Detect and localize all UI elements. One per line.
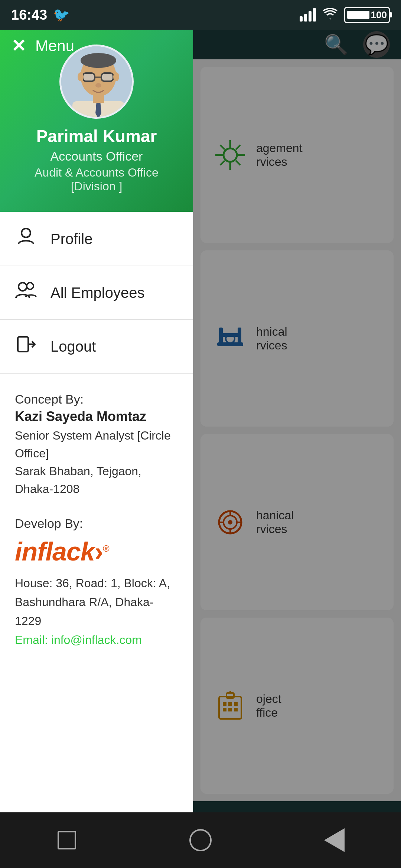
status-right: 100 xyxy=(300,7,390,23)
svg-point-32 xyxy=(81,53,116,68)
profile-label: Profile xyxy=(50,231,92,247)
nav-square-button[interactable] xyxy=(54,827,80,853)
triangle-icon xyxy=(324,828,345,852)
user-name: Parimal Kumar xyxy=(36,126,157,146)
user-dept: Audit & Accounts Office [Division ] xyxy=(11,166,182,193)
drawer: ✕ Menu xyxy=(0,0,193,868)
status-bar: 16:43 🐦 100 xyxy=(0,0,401,30)
develop-label: Develop By: xyxy=(15,516,178,531)
nav-home-button[interactable] xyxy=(188,827,213,853)
user-role: Accounts Officer xyxy=(50,149,143,164)
menu-item-all-employees[interactable]: All Employees xyxy=(0,266,193,320)
square-icon xyxy=(58,831,76,849)
svg-point-37 xyxy=(78,72,84,81)
bottom-nav xyxy=(0,812,401,868)
develop-email: Email: info@inflack.com xyxy=(15,633,178,647)
twitter-icon: 🐦 xyxy=(53,7,70,23)
bar4 xyxy=(313,8,316,22)
concept-detail: Senior System Analyst [Circle Office]Sar… xyxy=(15,427,178,498)
concept-name: Kazi Sayeda Momtaz xyxy=(15,409,178,424)
battery-text: 100 xyxy=(371,9,387,21)
drawer-info: Concept By: Kazi Sayeda Momtaz Senior Sy… xyxy=(0,374,193,868)
avatar xyxy=(59,45,134,119)
nav-back-button[interactable] xyxy=(321,827,347,853)
logout-label: Logout xyxy=(50,338,96,355)
svg-rect-33 xyxy=(83,73,95,81)
signal-bars xyxy=(300,8,316,22)
inflack-text: inflack›® xyxy=(15,537,109,566)
circle-icon xyxy=(189,829,212,851)
person-icon xyxy=(15,227,37,251)
battery-fill xyxy=(347,11,369,19)
bar2 xyxy=(304,14,307,22)
menu-item-profile[interactable]: Profile xyxy=(0,212,193,266)
svg-point-44 xyxy=(27,283,33,289)
svg-rect-34 xyxy=(101,73,113,81)
svg-rect-45 xyxy=(18,337,28,352)
group-icon xyxy=(15,281,37,305)
svg-point-38 xyxy=(113,72,119,81)
status-time: 16:43 xyxy=(11,7,47,23)
svg-rect-41 xyxy=(93,94,104,103)
bar3 xyxy=(309,11,312,22)
status-left: 16:43 🐦 xyxy=(11,7,70,23)
drawer-header: ✕ Menu xyxy=(0,0,193,212)
battery-tip xyxy=(390,12,392,17)
menu-item-logout[interactable]: Logout xyxy=(0,320,193,374)
svg-point-43 xyxy=(19,283,27,291)
concept-label: Concept By: xyxy=(15,392,178,407)
drawer-menu: Profile All Employees xyxy=(0,212,193,374)
svg-point-36 xyxy=(95,83,101,88)
svg-point-42 xyxy=(22,228,30,237)
all-employees-label: All Employees xyxy=(50,285,144,301)
close-button[interactable]: ✕ xyxy=(11,35,26,56)
inflack-logo: inflack›® xyxy=(15,537,178,566)
bar1 xyxy=(300,16,303,22)
develop-address: House: 36, Road: 1, Block: A,Bashundhara… xyxy=(15,574,178,631)
avatar-image xyxy=(61,46,132,117)
wifi-icon xyxy=(323,7,338,23)
battery-indicator: 100 xyxy=(344,7,390,23)
logout-icon xyxy=(15,335,37,358)
